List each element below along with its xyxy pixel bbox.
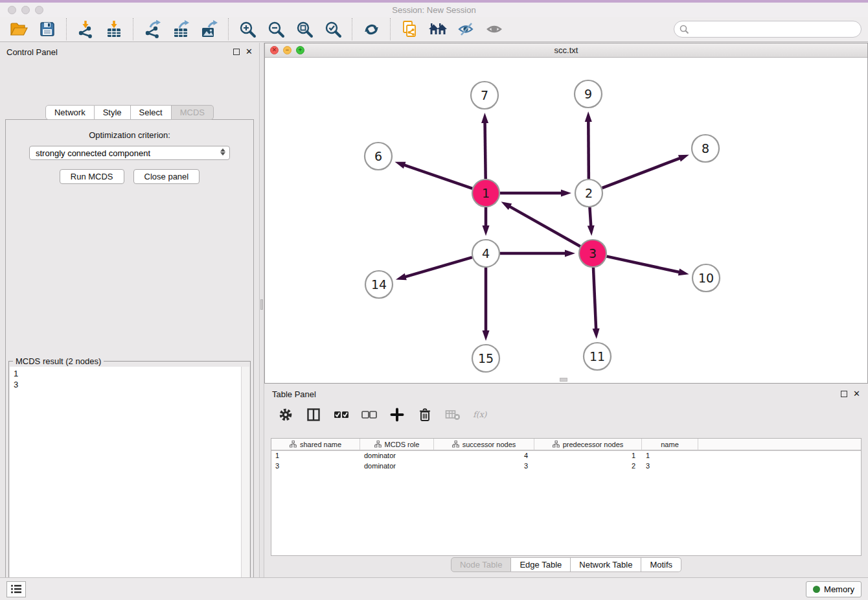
split-table-icon[interactable]: [305, 406, 322, 423]
graph-edge-arrow: [483, 225, 490, 236]
table-row[interactable]: 3dominator323: [271, 461, 861, 472]
tab-node-table[interactable]: Node Table: [451, 557, 512, 572]
function-builder-icon[interactable]: f(x): [472, 406, 489, 423]
new-network-from-selection-icon[interactable]: [400, 19, 419, 39]
tab-network-table[interactable]: Network Table: [571, 557, 641, 572]
delete-columns-icon[interactable]: [417, 406, 433, 423]
table-cell[interactable]: 3: [271, 461, 360, 472]
graph-node-label: 3: [589, 246, 597, 260]
table-cell[interactable]: 1: [642, 451, 698, 461]
delete-table-icon[interactable]: [444, 406, 461, 423]
table-panel-tabs: Node TableEdge TableNetwork TableMotifs: [264, 557, 868, 572]
status-bar: Memory: [0, 577, 868, 600]
column-header-predecessor-nodes[interactable]: predecessor nodes: [534, 439, 642, 450]
mcds-result-scrollbar[interactable]: [241, 367, 249, 600]
graph-edge-3-11[interactable]: [593, 268, 596, 330]
zoom-in-icon[interactable]: [238, 19, 257, 39]
graph-edge-3-1[interactable]: [508, 206, 580, 247]
column-settings-icon[interactable]: [277, 406, 294, 423]
column-header-shared-name[interactable]: shared name: [271, 439, 360, 450]
graph-edge-arrow: [593, 329, 600, 339]
table-row[interactable]: 1dominator411: [271, 451, 861, 461]
graph-node-label: 4: [482, 246, 490, 260]
table-cell[interactable]: 1: [534, 451, 642, 461]
graph-edge-2-9[interactable]: [588, 120, 589, 179]
graph-edge-4-14[interactable]: [404, 257, 472, 277]
add-column-icon[interactable]: [389, 406, 405, 423]
import-network-icon[interactable]: [76, 19, 95, 39]
search-field[interactable]: [674, 21, 862, 38]
graph-node-label: 9: [584, 87, 592, 101]
unselect-all-icon[interactable]: [361, 406, 378, 423]
tab-motifs[interactable]: Motifs: [641, 557, 681, 572]
application-window: Session: New Session: [0, 0, 868, 600]
table-cell[interactable]: 4: [434, 451, 534, 461]
optimization-criterion-select[interactable]: strongly connected component: [29, 146, 230, 160]
show-all-icon[interactable]: [485, 19, 505, 39]
export-network-icon[interactable]: [143, 19, 162, 39]
mcds-result-textarea[interactable]: 13: [10, 367, 249, 600]
table-cell[interactable]: dominator: [360, 461, 434, 472]
graph-node-label: 1: [482, 186, 490, 200]
graph-edge-arrow: [561, 190, 571, 197]
memory-status-icon: [813, 586, 820, 593]
table-cell[interactable]: 2: [534, 461, 642, 472]
column-header-successor-nodes[interactable]: successor nodes: [434, 439, 534, 450]
hide-selected-icon[interactable]: [457, 19, 476, 39]
mcds-result-line: 3: [14, 379, 249, 390]
network-title: scc.txt: [265, 45, 867, 55]
open-file-icon[interactable]: [9, 19, 29, 39]
close-panel-icon[interactable]: ✕: [246, 49, 253, 55]
table-cell[interactable]: 3: [642, 461, 698, 472]
vertical-splitter-grip[interactable]: [260, 299, 263, 310]
close-panel-button[interactable]: Close panel: [133, 169, 200, 184]
search-input[interactable]: [689, 25, 861, 34]
horizontal-splitter-grip[interactable]: [560, 378, 567, 382]
close-table-panel-icon[interactable]: ✕: [853, 391, 860, 397]
network-canvas[interactable]: 7968124314101511: [265, 58, 867, 383]
zoom-selected-icon[interactable]: [323, 19, 343, 39]
zoom-out-icon[interactable]: [266, 19, 286, 39]
tab-mcds[interactable]: MCDS: [172, 105, 214, 120]
import-table-icon[interactable]: [104, 19, 124, 39]
column-header-label: shared name: [300, 441, 341, 448]
task-history-button[interactable]: [6, 581, 26, 597]
column-header-label: predecessor nodes: [563, 441, 624, 448]
table-cell[interactable]: dominator: [360, 451, 434, 461]
table-cell[interactable]: 1: [271, 451, 360, 461]
export-table-icon[interactable]: [171, 19, 190, 39]
tab-select[interactable]: Select: [131, 105, 172, 120]
graph-edge-arrow: [585, 111, 592, 122]
graph-edge-2-8[interactable]: [602, 157, 681, 188]
first-neighbors-icon[interactable]: [428, 19, 448, 39]
table-cell[interactable]: 3: [434, 461, 534, 472]
optimization-criterion-value: strongly connected component: [36, 148, 150, 158]
graph-node-label: 11: [589, 349, 605, 363]
export-image-icon[interactable]: [200, 19, 219, 39]
mcds-panel: Optimization criterion: strongly connect…: [5, 119, 254, 600]
graph-edge-1-6[interactable]: [403, 165, 472, 189]
graph-node-label: 10: [698, 271, 714, 285]
vertical-splitter[interactable]: [259, 43, 264, 577]
float-table-panel-icon[interactable]: [841, 391, 847, 397]
graph-edge-1-7[interactable]: [485, 121, 486, 179]
save-session-icon[interactable]: [38, 19, 57, 39]
run-mcds-button[interactable]: Run MCDS: [60, 169, 124, 184]
memory-button[interactable]: Memory: [806, 581, 862, 597]
graph-edge-arrow: [501, 202, 512, 210]
tab-edge-table[interactable]: Edge Table: [511, 557, 571, 572]
tab-style[interactable]: Style: [95, 105, 131, 120]
graph-edge-2-3[interactable]: [589, 207, 591, 227]
column-header-MCDS-role[interactable]: MCDS role: [360, 439, 434, 450]
float-panel-icon[interactable]: [233, 49, 240, 55]
apply-layout-icon[interactable]: [361, 19, 381, 39]
tab-network[interactable]: Network: [45, 105, 95, 120]
mcds-result-group: MCDS result (2 nodes) 13: [8, 361, 251, 600]
select-all-icon[interactable]: [333, 406, 350, 423]
graph-node-label: 8: [702, 141, 709, 156]
graph-edge-arrow: [481, 113, 488, 123]
graph-edge-3-10[interactable]: [606, 257, 680, 273]
graph-node-label: 7: [481, 88, 488, 102]
zoom-fit-icon[interactable]: [295, 19, 314, 39]
column-header-name[interactable]: name: [642, 439, 698, 450]
